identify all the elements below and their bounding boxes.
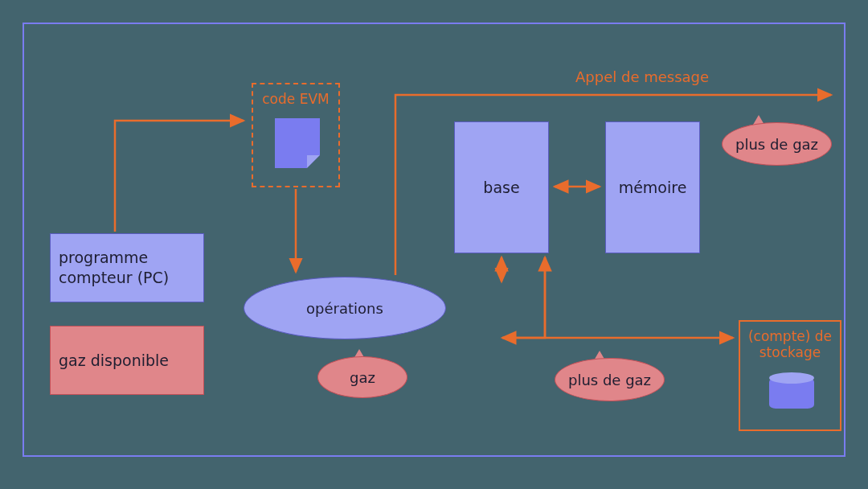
file-icon (275, 118, 320, 168)
operations-label: opérations (306, 300, 383, 317)
gas-available-label: gaz disponible (59, 351, 169, 371)
base-box: base (454, 121, 549, 253)
file-fold-icon (307, 155, 320, 168)
operations-ellipse: opérations (244, 277, 446, 339)
cylinder-icon (769, 378, 814, 409)
storage-label: (compte) de stockage (748, 328, 832, 360)
base-label: base (483, 178, 519, 198)
program-counter-label: programme compteur (PC) (59, 248, 195, 287)
storage-box: (compte) de stockage (739, 320, 841, 431)
memory-box: mémoire (605, 121, 700, 253)
gas-speech: gaz (317, 356, 407, 398)
more-gas-top-label: plus de gaz (735, 136, 818, 153)
message-call-label: Appel de message (575, 68, 709, 85)
more-gas-bottom-speech: plus de gaz (555, 358, 665, 401)
code-evm-box: code EVM (252, 83, 340, 187)
more-gas-bottom-label: plus de gaz (568, 372, 651, 388)
gas-available-box: gaz disponible (50, 326, 204, 395)
program-counter-box: programme compteur (PC) (50, 233, 204, 302)
code-evm-label: code EVM (262, 91, 329, 107)
more-gas-top-speech: plus de gaz (722, 122, 832, 166)
gas-speech-label: gaz (350, 369, 375, 386)
memory-label: mémoire (619, 178, 687, 198)
